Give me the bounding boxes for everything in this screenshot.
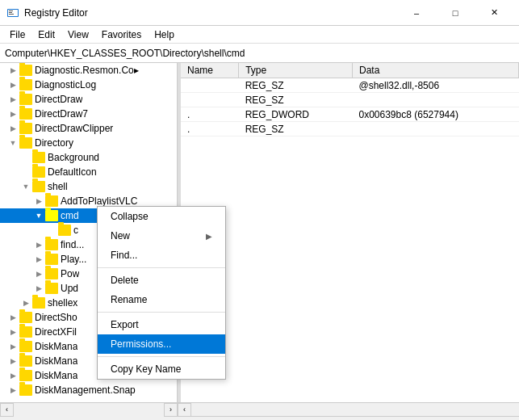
ctx-new[interactable]: New ▶ (98, 226, 225, 246)
ctx-export[interactable]: Export (98, 315, 225, 334)
cell-type: REG_DWORD (239, 107, 353, 122)
expand-icon[interactable]: ▼ (19, 180, 32, 193)
expand-icon[interactable]: ▶ (32, 267, 45, 280)
registry-table: Name Type Data REG_SZ @shell32.dll,-8506… (181, 63, 519, 136)
folder-icon (19, 341, 32, 352)
expand-icon[interactable]: ▶ (6, 78, 19, 91)
hscroll-left-button[interactable]: ‹ (0, 403, 14, 417)
folder-icon (45, 254, 58, 265)
col-name: Name (181, 63, 239, 78)
tree-item-directdrawclipper[interactable]: ▶ DirectDrawClipper (0, 121, 177, 136)
ctx-copyname-label: Copy Key Name (111, 363, 181, 375)
menu-view[interactable]: View (61, 27, 95, 42)
expand-icon[interactable]: ▶ (6, 369, 19, 382)
ctx-copyname[interactable]: Copy Key Name (98, 359, 225, 379)
minimize-button[interactable]: – (398, 5, 435, 21)
expand-icon[interactable]: ▶ (32, 253, 45, 266)
expand-icon[interactable]: ▶ (6, 340, 19, 353)
ctx-find-label: Find... (111, 250, 137, 261)
main-content: ▶ Diagnostic.Resmon.Co▸ ▶ DiagnosticLog … (0, 63, 519, 402)
tree-label: DiskMana (35, 355, 77, 367)
folder-icon (32, 166, 45, 178)
expand-icon[interactable]: ▶ (6, 326, 19, 338)
expand-icon[interactable]: ▶ (19, 296, 32, 309)
col-data: Data (353, 63, 519, 78)
expand-icon[interactable]: ▶ (6, 355, 19, 368)
tree-label: DiskManagement.Snap (35, 384, 136, 396)
tree-item-defaulticon[interactable]: DefaultIcon (0, 165, 177, 179)
tree-label: Directory (35, 137, 73, 149)
tree-label: Pow (61, 268, 79, 279)
tree-item-directdraw[interactable]: ▶ DirectDraw (0, 92, 177, 107)
expand-icon[interactable]: ▼ (32, 209, 45, 222)
folder-icon (19, 355, 32, 367)
ctx-permissions-label: Permissions... (111, 338, 171, 350)
ctx-rename[interactable]: Rename (98, 290, 225, 309)
cell-type: REG_SZ (239, 93, 353, 107)
expand-icon[interactable]: ▶ (6, 107, 19, 120)
expand-icon (19, 166, 32, 178)
right-panel: Name Type Data REG_SZ @shell32.dll,-8506… (181, 63, 519, 402)
folder-icon (19, 108, 32, 120)
ctx-separator-3 (98, 356, 225, 357)
ctx-permissions[interactable]: Permissions... (98, 334, 225, 354)
menu-edit[interactable]: Edit (31, 27, 61, 42)
right-hscroll: ‹ (178, 403, 519, 417)
folder-icon (19, 79, 32, 90)
tree-item-diagnosticlog[interactable]: ▶ DiagnosticLog (0, 78, 177, 92)
folder-icon (32, 181, 45, 192)
menu-favorites[interactable]: Favorites (95, 27, 148, 42)
address-path: Computer\HKEY_CLASSES_ROOT\Directory\she… (5, 48, 245, 59)
menu-file[interactable]: File (3, 27, 31, 42)
ctx-collapse[interactable]: Collapse (98, 207, 225, 226)
title-bar: Registry Editor – □ ✕ (0, 0, 519, 26)
cell-data: @shell32.dll,-8506 (353, 78, 519, 93)
tree-label: cmd (61, 210, 79, 221)
expand-icon[interactable]: ▶ (32, 238, 45, 251)
address-bar: Computer\HKEY_CLASSES_ROOT\Directory\she… (0, 44, 519, 63)
tree-label: Diagnostic.Resmon.Co▸ (35, 65, 139, 76)
bottom-scroll-area: ‹ › ‹ (0, 402, 519, 416)
tree-item-diagnostic-resmon[interactable]: ▶ Diagnostic.Resmon.Co▸ (0, 63, 177, 78)
status-bar: Computer\HKEY_CLASSES_ROOT\Directory\she… (0, 416, 519, 420)
hscroll-track (14, 403, 164, 417)
tree-label: AddToPlaylistVLC (61, 195, 137, 207)
tree-label: DirectDraw7 (35, 108, 88, 120)
ctx-separator-1 (98, 267, 225, 268)
expand-icon[interactable]: ▶ (32, 282, 45, 295)
folder-icon (19, 312, 32, 323)
ctx-find[interactable]: Find... (98, 246, 225, 265)
table-row[interactable]: . REG_DWORD 0x00639bc8 (6527944) (181, 107, 519, 122)
expand-icon[interactable]: ▶ (6, 384, 19, 397)
tree-item-diskman4[interactable]: ▶ DiskManagement.Snap (0, 383, 177, 397)
expand-icon[interactable]: ▶ (6, 122, 19, 135)
right-hscroll-left[interactable]: ‹ (178, 403, 191, 417)
expand-icon[interactable]: ▶ (6, 311, 19, 324)
expand-icon (45, 224, 58, 237)
expand-icon[interactable]: ▼ (6, 136, 19, 149)
ctx-delete[interactable]: Delete (98, 271, 225, 290)
tree-label: Background (48, 152, 99, 163)
folder-icon (58, 225, 71, 236)
table-row[interactable]: . REG_SZ (181, 122, 519, 136)
tree-item-background[interactable]: Background (0, 150, 177, 165)
table-row[interactable]: REG_SZ (181, 93, 519, 107)
tree-item-shell[interactable]: ▼ shell (0, 179, 177, 194)
tree-label: find... (61, 239, 84, 250)
expand-icon[interactable]: ▶ (6, 93, 19, 106)
tree-item-directdraw7[interactable]: ▶ DirectDraw7 (0, 107, 177, 121)
cell-data (353, 122, 519, 136)
tree-item-directory[interactable]: ▼ Directory (0, 136, 177, 150)
folder-icon (19, 65, 32, 76)
expand-icon[interactable]: ▶ (6, 64, 19, 77)
ctx-separator-2 (98, 312, 225, 313)
hscroll-right-button[interactable]: › (164, 403, 178, 417)
maximize-button[interactable]: □ (437, 5, 474, 21)
tree-label: DirectSho (35, 312, 77, 323)
folder-icon (45, 195, 58, 207)
menu-help[interactable]: Help (148, 27, 181, 42)
folder-icon (19, 137, 32, 149)
expand-icon[interactable]: ▶ (32, 195, 45, 208)
table-row[interactable]: REG_SZ @shell32.dll,-8506 (181, 78, 519, 93)
close-button[interactable]: ✕ (475, 5, 513, 21)
